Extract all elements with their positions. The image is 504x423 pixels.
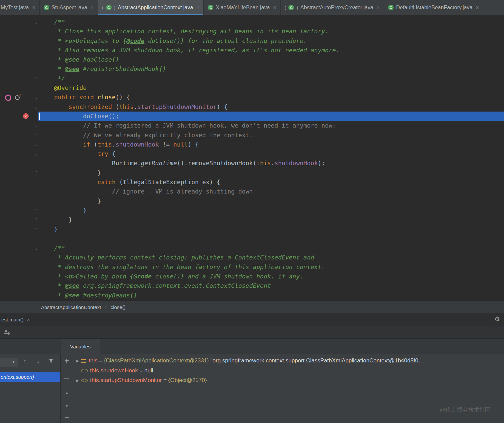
code-line[interactable]: } — [0, 197, 504, 206]
fold-marker-icon[interactable]: ⌃ — [33, 206, 39, 215]
variable-name: this — [89, 357, 97, 364]
fold-marker-icon[interactable]: ⌄ — [33, 140, 39, 149]
tab-close-icon[interactable]: × — [377, 5, 380, 11]
tab-close-icon[interactable]: × — [32, 5, 35, 11]
add-watch-button[interactable]: + — [61, 357, 73, 365]
code-editor[interactable]: /** * Close this application context, de… — [0, 15, 504, 301]
fold-marker-icon[interactable]: ⌄ — [33, 102, 39, 112]
editor-tab[interactable]: CDefaultListableBeanFactory.java× — [384, 0, 483, 15]
code-line[interactable]: // We've already explicitly closed the c… — [0, 131, 504, 140]
debug-session-tab[interactable]: est.main() — [1, 317, 24, 322]
overrides-method-icon[interactable]: ↑ — [15, 95, 20, 100]
code-line[interactable]: * @see #registerShutdownHook() — [0, 64, 504, 74]
expand-arrow-icon[interactable]: ▶ — [76, 376, 81, 386]
frame-up-button[interactable]: ↑ — [23, 358, 26, 365]
code-token: close()} and a JVM shutdown hook, if any… — [152, 273, 303, 280]
code-line[interactable]: * <p>Called by both {@code close()} and … — [0, 272, 504, 281]
code-line[interactable]: // ignore - VM is already shutting down — [0, 187, 504, 196]
session-close-icon[interactable]: × — [27, 317, 30, 322]
code-token: . — [134, 103, 137, 110]
code-line[interactable]: public void close() { — [0, 93, 504, 102]
code-line[interactable]: } — [0, 225, 504, 234]
tab-close-icon[interactable]: × — [476, 5, 479, 11]
code-line[interactable]: doClose(); — [0, 112, 504, 121]
code-token: shutdownHook — [116, 141, 159, 148]
scroll-up-button[interactable]: ▲ — [61, 391, 73, 395]
code-line[interactable]: if (this.shutdownHook != null) { — [0, 140, 504, 149]
code-line[interactable]: } — [0, 206, 504, 215]
code-line[interactable]: * @see org.springframework.context.event… — [0, 281, 504, 290]
paren-icon: ( — [102, 5, 104, 10]
breadcrumb-method[interactable]: close() — [111, 304, 126, 310]
code-token: . — [112, 141, 116, 148]
tab-close-icon[interactable]: × — [273, 5, 276, 11]
fold-marker-icon[interactable]: ⌄ — [33, 149, 39, 159]
code-line[interactable]: /** — [0, 243, 504, 253]
code-line[interactable]: } — [0, 215, 504, 224]
code-token: * Also removes a JVM shutdown hook, if r… — [40, 47, 339, 54]
code-line[interactable]: * Actually performs context closing: pub… — [0, 253, 504, 262]
tab-label: MyTest.java — [1, 5, 29, 11]
code-line[interactable]: * <p>Delegates to {@code doClose()} for … — [0, 36, 504, 46]
gear-icon[interactable]: ⚙ — [494, 315, 500, 323]
code-line[interactable]: * destroys the singletons in the bean fa… — [0, 262, 504, 272]
debug-session-strip: est.main() × ⚙ — [0, 313, 504, 326]
fold-marker-icon[interactable]: ⌄ — [33, 121, 39, 130]
code-line[interactable]: * Also removes a JVM shutdown hook, if r… — [0, 46, 504, 55]
code-line[interactable]: synchronized (this.startupShutdownMonito… — [0, 102, 504, 112]
code-line[interactable]: * Close this application context, destro… — [0, 27, 504, 36]
equals-sign: = — [162, 377, 168, 383]
fold-marker-icon[interactable]: ⌄ — [33, 243, 39, 253]
code-token: #doClose() — [79, 56, 119, 63]
tab-close-icon[interactable]: × — [196, 5, 199, 11]
code-token: doClose()} for the actual closing proced… — [144, 37, 307, 44]
code-token: @see — [65, 282, 79, 289]
editor-tab[interactable]: (C)AbstractApplicationContext.java× — [98, 0, 204, 15]
code-line[interactable]: * @see #doClose() — [0, 55, 504, 64]
breakpoint-verified-icon[interactable]: ✓ — [23, 113, 29, 119]
code-token: } — [40, 169, 101, 176]
code-line[interactable]: * @see #destroyBeans() — [0, 291, 504, 300]
thread-dropdown[interactable]: ▼ — [0, 358, 18, 367]
fold-marker-icon[interactable]: ⌃ — [33, 168, 39, 178]
code-token: @see — [65, 65, 79, 72]
code-line[interactable]: Runtime.getRuntime().removeShutdownHook(… — [0, 159, 504, 168]
breadcrumb-class[interactable]: AbstractApplicationContext — [41, 304, 101, 310]
fold-marker-icon[interactable]: ⌃ — [33, 225, 39, 234]
expand-arrow-icon[interactable]: ▶ — [76, 356, 81, 366]
tab-variables[interactable]: Variables — [61, 339, 100, 354]
fold-marker-icon[interactable]: ⌄ — [33, 17, 39, 27]
filter-icon[interactable] — [49, 359, 53, 365]
code-token: public void — [40, 94, 97, 101]
variable-row[interactable]: this.shutdownHook = null — [73, 366, 504, 376]
code-token: * destroys the singletons in the bean fa… — [40, 263, 325, 270]
editor-tab[interactable]: CXiaoMaYLifeBean.java× — [204, 0, 280, 15]
code-token: {@code — [130, 273, 152, 280]
scroll-down-button[interactable]: ▼ — [61, 404, 73, 408]
editor-tab[interactable]: CMyTest.java× — [0, 0, 40, 15]
code-line[interactable]: catch (IllegalStateException ex) { — [0, 178, 504, 187]
equals-sign: = — [97, 357, 104, 364]
code-line[interactable]: @Override — [0, 83, 504, 93]
selected-stack-frame[interactable]: ontext.support) — [0, 372, 60, 382]
copy-icon[interactable] — [65, 417, 69, 422]
code-token — [40, 179, 97, 186]
code-line[interactable]: */ — [0, 74, 504, 83]
fold-marker-icon[interactable]: ⌃ — [33, 131, 39, 140]
tab-close-icon[interactable]: × — [91, 5, 94, 11]
fold-marker-icon[interactable]: ⌃ — [33, 215, 39, 224]
fold-marker-icon[interactable]: ⌄ — [33, 93, 39, 102]
code-token: ) { — [217, 103, 228, 110]
code-line[interactable] — [0, 234, 504, 243]
editor-tab[interactable]: (C)AbstractAutoProxyCreator.java× — [281, 0, 384, 15]
fold-marker-icon[interactable]: ⌃ — [33, 74, 39, 83]
variable-row[interactable]: ▶this = {ClassPathXmlApplicationContext@… — [73, 356, 504, 366]
editor-tab[interactable]: CStuAspect.java× — [40, 0, 98, 15]
code-line[interactable]: // If we registered a JVM shutdown hook,… — [0, 121, 504, 130]
variable-row[interactable]: ▶this.startupShutdownMonitor = {Object@2… — [73, 375, 504, 385]
code-line[interactable]: } — [0, 168, 504, 178]
view-options-icon[interactable] — [4, 330, 10, 335]
code-line[interactable]: /** — [0, 17, 504, 27]
frame-down-button[interactable]: ↓ — [37, 358, 40, 365]
code-line[interactable]: try { — [0, 149, 504, 159]
